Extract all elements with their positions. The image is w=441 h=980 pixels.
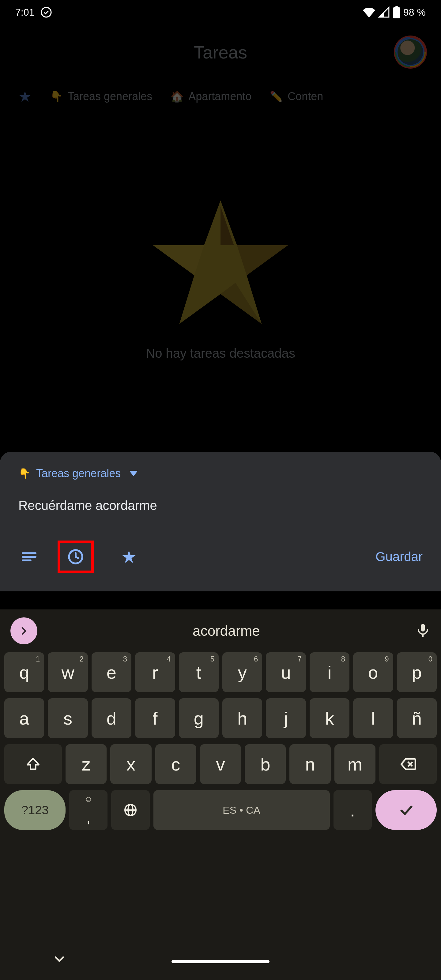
key-n[interactable]: n xyxy=(290,744,330,784)
key-row-4: ?123 ☺ , ES • CA . xyxy=(4,790,437,830)
tab-label: Apartamento xyxy=(188,90,252,103)
pencil-icon: ✏️ xyxy=(270,90,283,103)
pointing-down-icon: 👇 xyxy=(50,90,63,103)
soft-keyboard: acordarme q1w2e3r4t5y6u7i8o9p0 asdfghjkl… xyxy=(0,609,441,980)
new-task-sheet: 👇 Tareas generales Recuérdame acordarme … xyxy=(0,452,441,591)
language-key[interactable] xyxy=(111,790,150,830)
key-superscript: 8 xyxy=(341,655,345,663)
star-task-button[interactable]: ★ xyxy=(118,546,140,568)
star-icon: ★ xyxy=(18,88,32,105)
tab-label: Conten xyxy=(288,90,323,103)
tab-content[interactable]: ✏️ Conten xyxy=(270,90,323,103)
numbers-key[interactable]: ?123 xyxy=(4,790,65,830)
highlight-annotation xyxy=(57,541,94,573)
key-superscript: 1 xyxy=(36,655,40,663)
key-m[interactable]: m xyxy=(334,744,376,784)
key-f[interactable]: f xyxy=(135,698,175,738)
add-datetime-button[interactable] xyxy=(65,546,86,568)
empty-state-title: No hay tareas destacadas xyxy=(146,346,295,361)
key-z[interactable]: z xyxy=(65,744,107,784)
key-superscript: 4 xyxy=(167,655,170,663)
list-tabs: ★ 👇 Tareas generales 🏠 Apartamento ✏️ Co… xyxy=(0,80,441,113)
tab-apartment[interactable]: 🏠 Apartamento xyxy=(170,90,252,103)
key-superscript: 7 xyxy=(298,655,301,663)
expand-toolbar-button[interactable] xyxy=(10,617,37,644)
signal-icon xyxy=(378,6,390,18)
space-key[interactable]: ES • CA xyxy=(153,790,330,830)
key-x[interactable]: x xyxy=(110,744,151,784)
key-row-1: q1w2e3r4t5y6u7i8o9p0 xyxy=(4,652,437,692)
key-g[interactable]: g xyxy=(179,698,219,738)
add-details-button[interactable] xyxy=(18,546,40,568)
key-u[interactable]: u7 xyxy=(266,652,306,692)
tab-label: Tareas generales xyxy=(68,90,152,103)
svg-rect-1 xyxy=(393,7,400,18)
page-title: Tareas xyxy=(194,42,247,62)
battery-icon xyxy=(393,6,400,18)
key-p[interactable]: p0 xyxy=(397,652,437,692)
key-t[interactable]: t5 xyxy=(179,652,219,692)
wifi-icon xyxy=(363,6,375,18)
key-r[interactable]: r4 xyxy=(135,652,175,692)
task-title-input[interactable]: Recuérdame acordarme xyxy=(18,498,423,513)
tab-general[interactable]: 👇 Tareas generales xyxy=(50,90,152,103)
key-s[interactable]: s xyxy=(48,698,88,738)
pointing-down-icon: 👇 xyxy=(18,468,30,479)
save-button[interactable]: Guardar xyxy=(376,549,423,564)
emoji-key[interactable]: ☺ , xyxy=(69,790,108,830)
period-key[interactable]: . xyxy=(333,790,372,830)
status-time: 7:01 xyxy=(15,7,34,18)
key-superscript: 6 xyxy=(254,655,258,663)
key-b[interactable]: b xyxy=(245,744,286,784)
key-k[interactable]: k xyxy=(310,698,349,738)
key-row-3: zxcvbnm xyxy=(4,744,437,784)
key-superscript: 9 xyxy=(385,655,388,663)
key-i[interactable]: i8 xyxy=(310,652,349,692)
svg-rect-2 xyxy=(395,6,398,8)
home-handle[interactable] xyxy=(172,960,269,963)
key-superscript: 3 xyxy=(123,655,127,663)
app-header: Tareas xyxy=(0,24,441,80)
key-ñ[interactable]: ñ xyxy=(397,698,437,738)
key-e[interactable]: e3 xyxy=(92,652,131,692)
status-bar: 7:01 98 % xyxy=(0,0,441,24)
key-w[interactable]: w2 xyxy=(48,652,88,692)
empty-state: No hay tareas destacadas xyxy=(0,113,441,361)
key-y[interactable]: y6 xyxy=(222,652,262,692)
key-q[interactable]: q1 xyxy=(4,652,44,692)
tab-starred[interactable]: ★ xyxy=(18,88,32,105)
key-a[interactable]: a xyxy=(4,698,44,738)
key-j[interactable]: j xyxy=(266,698,306,738)
navigation-bar xyxy=(0,943,441,980)
key-c[interactable]: c xyxy=(155,744,196,784)
shift-key[interactable] xyxy=(4,744,62,784)
key-v[interactable]: v xyxy=(200,744,241,784)
chevron-down-icon xyxy=(129,471,138,476)
key-superscript: 5 xyxy=(210,655,214,663)
list-selector-label: Tareas generales xyxy=(36,467,121,480)
list-selector-dropdown[interactable]: 👇 Tareas generales xyxy=(18,467,423,480)
key-superscript: 2 xyxy=(79,655,83,663)
key-h[interactable]: h xyxy=(222,698,262,738)
battery-percent: 98 % xyxy=(403,7,426,18)
enter-key[interactable] xyxy=(376,790,437,830)
key-superscript: 0 xyxy=(428,655,432,663)
backspace-key[interactable] xyxy=(379,744,437,784)
star-illustration xyxy=(144,193,297,328)
key-l[interactable]: l xyxy=(353,698,393,738)
tasks-status-icon xyxy=(40,6,52,18)
avatar[interactable] xyxy=(395,37,426,67)
star-icon: ★ xyxy=(121,547,137,567)
key-o[interactable]: o9 xyxy=(353,652,393,692)
keyboard-suggestion[interactable]: acordarme xyxy=(37,623,415,639)
house-icon: 🏠 xyxy=(170,90,183,103)
voice-input-button[interactable] xyxy=(415,623,431,639)
comma-label: , xyxy=(87,810,90,826)
key-d[interactable]: d xyxy=(92,698,131,738)
key-row-2: asdfghjklñ xyxy=(4,698,437,738)
emoji-face-icon: ☺ xyxy=(84,794,93,804)
